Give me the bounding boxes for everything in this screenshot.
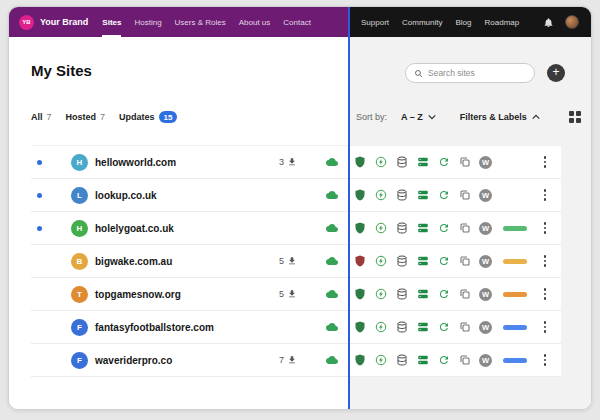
row-menu-button[interactable]	[539, 212, 551, 244]
filter-item[interactable]: All 7 7	[31, 112, 52, 122]
database-icon[interactable]	[395, 189, 408, 202]
security-shield-icon[interactable]	[353, 156, 366, 169]
server-icon[interactable]	[416, 156, 429, 169]
notifications-button[interactable]	[543, 16, 556, 29]
security-shield-icon[interactable]	[353, 321, 366, 334]
wordpress-icon[interactable]: W	[479, 255, 492, 268]
performance-lightning-icon[interactable]	[374, 189, 387, 202]
sync-refresh-icon[interactable]	[437, 189, 450, 202]
user-avatar[interactable]	[565, 15, 579, 29]
sort-filter-bar: Sort by: A – Z Filters & Labels	[356, 110, 581, 124]
wordpress-icon[interactable]: W	[479, 321, 492, 334]
performance-lightning-icon[interactable]	[374, 321, 387, 334]
server-icon[interactable]	[416, 321, 429, 334]
server-icon[interactable]	[416, 189, 429, 202]
site-row[interactable]: L lookup.co.uk	[31, 179, 561, 212]
cloud-icon	[325, 156, 339, 168]
performance-lightning-icon[interactable]	[374, 255, 387, 268]
brand-home-link[interactable]: YB Your Brand	[19, 15, 88, 30]
security-shield-icon[interactable]	[353, 354, 366, 367]
filter-item[interactable]: Hosted 7 7	[66, 112, 106, 122]
security-shield-icon[interactable]	[353, 288, 366, 301]
site-row[interactable]: F fantasyfootballstore.com	[31, 311, 561, 344]
comparison-divider[interactable]	[348, 7, 350, 409]
updates-available[interactable]: 5	[279, 245, 297, 277]
site-avatar: B	[71, 245, 88, 277]
site-name: bigwake.com.au	[95, 245, 172, 277]
server-icon[interactable]	[416, 222, 429, 235]
updates-available[interactable]: 5	[279, 278, 297, 310]
row-menu-button[interactable]	[539, 278, 551, 310]
copy-icon[interactable]	[458, 189, 471, 202]
wordpress-icon[interactable]: W	[479, 189, 492, 202]
wordpress-icon[interactable]: W	[479, 222, 492, 235]
database-icon[interactable]	[395, 222, 408, 235]
security-shield-icon[interactable]	[353, 189, 366, 202]
site-row[interactable]: H holelygoat.co.uk	[31, 212, 561, 245]
site-row[interactable]: H hellowworld.com 3	[31, 146, 561, 179]
filters-labels-toggle[interactable]: Filters & Labels	[460, 112, 540, 122]
security-shield-icon[interactable]	[353, 255, 366, 268]
performance-lightning-icon[interactable]	[374, 222, 387, 235]
nav-item[interactable]: Blog	[455, 7, 471, 37]
copy-icon[interactable]	[458, 288, 471, 301]
site-name: hellowworld.com	[95, 146, 176, 178]
row-actions: W	[353, 344, 492, 376]
database-icon[interactable]	[395, 255, 408, 268]
database-icon[interactable]	[395, 156, 408, 169]
performance-lightning-icon[interactable]	[374, 354, 387, 367]
row-menu-button[interactable]	[539, 344, 551, 376]
sync-refresh-icon[interactable]	[437, 321, 450, 334]
row-menu-button[interactable]	[539, 146, 551, 178]
nav-item[interactable]: Hosting	[134, 7, 161, 37]
sync-refresh-icon[interactable]	[437, 156, 450, 169]
sync-refresh-icon[interactable]	[437, 288, 450, 301]
server-icon[interactable]	[416, 354, 429, 367]
primary-nav: Sites Hosting Users & Roles About us Con…	[102, 7, 311, 37]
sync-refresh-icon[interactable]	[437, 222, 450, 235]
server-icon[interactable]	[416, 255, 429, 268]
site-name: fantasyfootballstore.com	[95, 311, 214, 343]
updates-available[interactable]: 7	[279, 344, 297, 376]
nav-item[interactable]: Roadmap	[485, 7, 520, 37]
site-row[interactable]: B bigwake.com.au 5	[31, 245, 561, 278]
nav-item[interactable]: Sites	[102, 7, 121, 37]
database-icon[interactable]	[395, 321, 408, 334]
download-icon	[287, 256, 297, 266]
wordpress-icon[interactable]: W	[479, 288, 492, 301]
row-menu-button[interactable]	[539, 179, 551, 211]
wordpress-icon[interactable]: W	[479, 156, 492, 169]
copy-icon[interactable]	[458, 156, 471, 169]
site-name: lookup.co.uk	[95, 179, 157, 211]
site-row[interactable]: T topgamesnow.org 5	[31, 278, 561, 311]
nav-item[interactable]: About us	[239, 7, 271, 37]
nav-item[interactable]: Community	[402, 7, 442, 37]
filter-item[interactable]: Updates 15 15	[119, 111, 177, 123]
row-menu-button[interactable]	[539, 311, 551, 343]
copy-icon[interactable]	[458, 321, 471, 334]
wordpress-icon[interactable]: W	[479, 354, 492, 367]
sync-refresh-icon[interactable]	[437, 354, 450, 367]
updates-available[interactable]: 3	[279, 146, 297, 178]
performance-lightning-icon[interactable]	[374, 288, 387, 301]
sort-by-label: Sort by:	[356, 112, 387, 122]
site-row[interactable]: F waveriderpro.co 7	[31, 344, 561, 377]
database-icon[interactable]	[395, 288, 408, 301]
sort-order-dropdown[interactable]: A – Z	[401, 112, 436, 122]
copy-icon[interactable]	[458, 255, 471, 268]
copy-icon[interactable]	[458, 354, 471, 367]
server-icon[interactable]	[416, 288, 429, 301]
performance-lightning-icon[interactable]	[374, 156, 387, 169]
sync-refresh-icon[interactable]	[437, 255, 450, 268]
nav-item[interactable]: Contact	[283, 7, 311, 37]
row-menu-button[interactable]	[539, 245, 551, 277]
grid-view-icon[interactable]	[569, 111, 581, 123]
copy-icon[interactable]	[458, 222, 471, 235]
search-input[interactable]	[428, 68, 526, 78]
label-pill	[503, 292, 527, 297]
nav-item[interactable]: Support	[361, 7, 389, 37]
nav-item[interactable]: Users & Roles	[175, 7, 226, 37]
add-site-button[interactable]: +	[547, 64, 565, 82]
security-shield-icon[interactable]	[353, 222, 366, 235]
database-icon[interactable]	[395, 354, 408, 367]
